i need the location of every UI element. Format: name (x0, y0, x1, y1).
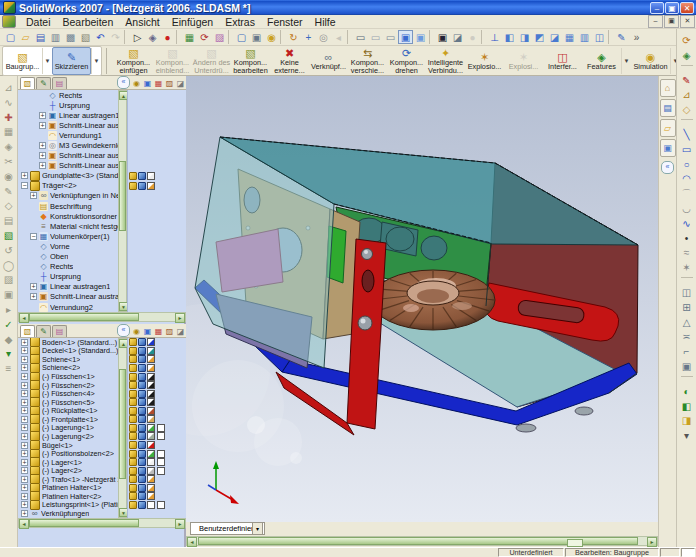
view-bottom-icon[interactable]: ▥ (577, 30, 592, 44)
transparenz-icon[interactable]: ◪ (175, 78, 186, 89)
tree-item[interactable]: ◇Rechts (18, 90, 118, 100)
config-tab-dropdown-icon[interactable]: ▾ (252, 522, 263, 535)
view-selector-icon[interactable]: ◈ (679, 48, 694, 63)
tree-item[interactable]: ┼Ursprung (18, 100, 118, 110)
viewport-hscrollbar[interactable]: ◄ ► (186, 536, 658, 546)
color-swatch[interactable] (147, 475, 155, 483)
restore-button[interactable]: ▣ (665, 2, 679, 14)
tree-item[interactable]: ◆Konstruktionsordner (18, 211, 118, 221)
view-left-icon[interactable]: ◩ (532, 30, 547, 44)
color-swatch[interactable] (147, 501, 155, 509)
baugruppe-button[interactable]: ▧Baugrup... (3, 47, 42, 75)
color-swatch[interactable] (157, 450, 165, 458)
expander-icon[interactable]: + (21, 450, 28, 457)
expander-icon[interactable]: + (21, 484, 28, 491)
new-icon[interactable]: ▢ (3, 30, 18, 44)
color-swatch[interactable] (157, 458, 165, 466)
interferenzpruefung-button[interactable]: ◫Interfer... (543, 47, 582, 75)
view-isometric-icon[interactable]: ◫ (592, 30, 607, 44)
tab-propertymanager[interactable]: ✎ (36, 325, 51, 337)
previous-view-icon[interactable]: ◂ (331, 30, 346, 44)
color-swatch[interactable] (147, 381, 155, 389)
expander-icon[interactable]: + (39, 152, 46, 159)
tree-item[interactable]: ◠Verrundung2 (18, 302, 118, 312)
expander-icon[interactable]: + (21, 382, 28, 389)
tree-item[interactable]: +▣Schnitt-Linear austrag... (18, 120, 118, 130)
wireframe-icon[interactable]: ▭ (353, 30, 368, 44)
zoom-sphere-icon[interactable]: ◎ (316, 30, 331, 44)
assembly-tool-icon[interactable]: ▧ (1, 228, 16, 243)
simulation-button[interactable]: ◉Simulation (631, 47, 670, 75)
display-pane-row[interactable] (128, 389, 187, 398)
collapse-panel-icon[interactable]: « (117, 324, 130, 337)
sketch-edit-icon[interactable]: ✎ (1, 184, 16, 199)
expander-icon[interactable]: + (39, 142, 46, 149)
explosionsansicht-button[interactable]: ✶Explosio... (465, 47, 504, 75)
color-swatch[interactable] (147, 338, 155, 346)
sketch-toggle-icon[interactable]: ✎ (614, 30, 629, 44)
tree-item[interactable]: +∞Verknüpfungen in Netzg... (18, 191, 118, 201)
display-pane-row[interactable] (128, 458, 187, 467)
unterdrueckung-aendern-button[interactable]: ▧Ändern desUnterdrü... (192, 47, 231, 75)
collapse-panel-icon[interactable]: « (117, 76, 130, 89)
dim-icon[interactable]: ⊿ (1, 80, 16, 95)
stoplight-icon[interactable]: ● (160, 30, 175, 44)
display-pane-row[interactable] (128, 372, 187, 381)
star-icon[interactable]: ✶ (679, 260, 694, 275)
tree-item[interactable]: +Schiene<2> (18, 364, 118, 373)
skizzieren-button[interactable]: ✎Skizzieren (52, 47, 91, 75)
tree-item[interactable]: ┼Ursprung (18, 272, 118, 282)
view-right-icon[interactable]: ◪ (547, 30, 562, 44)
expander-icon[interactable]: + (21, 416, 28, 423)
color-swatch[interactable] (147, 484, 155, 492)
lines-icon[interactable]: ≡ (1, 361, 16, 376)
color-swatch[interactable] (147, 182, 155, 190)
color-swatch[interactable] (147, 492, 155, 500)
close-button[interactable]: ✕ (680, 2, 694, 14)
redo-icon[interactable]: ↷ (108, 30, 123, 44)
smart-dimension-icon[interactable]: ⊿ (679, 87, 694, 102)
select-icon[interactable]: ▷ (130, 30, 145, 44)
rectangle-icon[interactable]: ▭ (679, 142, 694, 157)
expander-icon[interactable]: + (21, 407, 28, 414)
features-dropdown-icon[interactable]: ▼ (621, 48, 631, 74)
color-swatch[interactable] (147, 467, 155, 475)
tree-item[interactable]: +Grundplatte<3> (Standard (18, 171, 118, 181)
print-icon[interactable]: ▥ (48, 30, 63, 44)
help-lightbulb-icon[interactable]: ◉ (264, 30, 279, 44)
features-button[interactable]: ◈Features (582, 47, 621, 75)
expander-icon[interactable]: + (21, 510, 28, 517)
color-swatch[interactable] (147, 398, 155, 406)
equal-icon[interactable]: ≍ (679, 329, 694, 344)
half-section-icon[interactable]: ◐ (679, 384, 694, 399)
flag-icon[interactable]: ▸ (1, 302, 16, 317)
color-swatch[interactable] (147, 373, 155, 381)
status-checkbox[interactable] (681, 548, 695, 557)
tree-item[interactable]: +▣Schnitt-Linear austrag... (18, 161, 118, 171)
display-pane-row[interactable] (128, 424, 187, 433)
arc-3point-icon[interactable]: ◡ (679, 201, 694, 216)
display-pane-row[interactable] (128, 181, 187, 191)
color-swatch[interactable] (147, 458, 155, 466)
display-pane-row[interactable] (128, 398, 187, 407)
save-icon[interactable]: ▤ (33, 30, 48, 44)
lower-tree-vscrollbar[interactable]: ▲ ▼ (118, 338, 127, 518)
baugruppe-dropdown-icon[interactable]: ▼ (42, 48, 52, 74)
color-swatch[interactable] (147, 441, 155, 449)
color-swatch[interactable] (147, 364, 155, 372)
rotate-view-icon[interactable]: ↻ (286, 30, 301, 44)
sketch-icon[interactable]: ✎ (679, 73, 694, 88)
window-cascade-icon[interactable]: ▣ (249, 30, 264, 44)
mirror-icon[interactable]: ◈ (1, 139, 16, 154)
upper-tree-vscrollbar[interactable]: ▲ ▼ (118, 90, 127, 312)
expander-icon[interactable]: + (21, 442, 28, 449)
pan-view-icon[interactable]: + (301, 30, 316, 44)
tab-configurationmanager[interactable]: ▤ (52, 77, 67, 89)
farbe-icon[interactable]: ▦ (153, 78, 164, 89)
expander-icon[interactable]: + (21, 424, 28, 431)
expander-icon[interactable]: − (21, 182, 28, 189)
task-pane-tab-solidworks-ressourcen[interactable]: ⌂ (660, 79, 676, 97)
arc-centerpoint-icon[interactable]: ◠ (679, 171, 694, 186)
anzeige-status-icon[interactable]: ◉ (131, 78, 142, 89)
display-pane-row[interactable] (128, 501, 187, 510)
